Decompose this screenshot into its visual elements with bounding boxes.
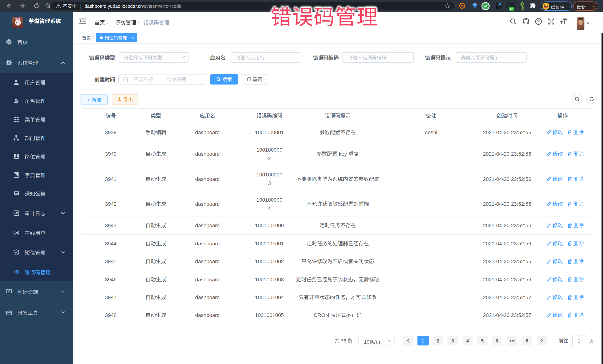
- svg-text:on: on: [510, 7, 513, 10]
